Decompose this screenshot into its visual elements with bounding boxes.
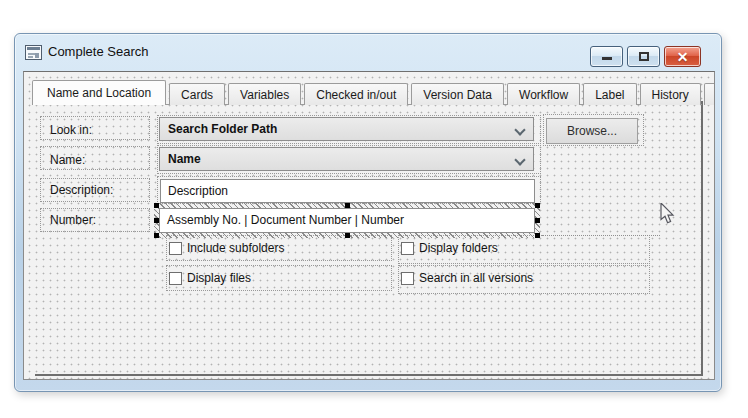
display-folders-checkbox[interactable]: Display folders bbox=[401, 241, 498, 255]
search-in-all-versions-checkbox[interactable]: Search in all versions bbox=[401, 271, 533, 285]
look-in-label: Look in: bbox=[50, 122, 92, 138]
checkbox-box[interactable] bbox=[401, 272, 414, 285]
tab-checked-in-out[interactable]: Checked in/out bbox=[304, 83, 408, 105]
description-label: Description: bbox=[50, 182, 113, 198]
minimize-icon bbox=[602, 57, 612, 60]
checkbox-label: Include subfolders bbox=[187, 241, 284, 255]
selection-handle[interactable] bbox=[345, 203, 350, 208]
window-form-icon bbox=[25, 45, 42, 60]
tab-history[interactable]: History bbox=[640, 83, 701, 105]
tab-workflow[interactable]: Workflow bbox=[507, 83, 580, 105]
name-value: Name bbox=[168, 152, 201, 166]
titlebar[interactable]: Complete Search ✕ bbox=[15, 34, 721, 71]
mouse-cursor-icon bbox=[660, 203, 675, 225]
card-boundary-right bbox=[701, 101, 703, 375]
chevron-down-icon[interactable] bbox=[516, 156, 524, 164]
tabstrip: Name and Location Cards Variables Checke… bbox=[32, 80, 715, 105]
selection-handle[interactable] bbox=[345, 233, 350, 238]
include-subfolders-checkbox[interactable]: Include subfolders bbox=[169, 241, 284, 255]
checkbox-label: Display files bbox=[187, 271, 251, 285]
maximize-icon bbox=[639, 52, 649, 61]
checkbox-box[interactable] bbox=[401, 242, 414, 255]
close-button[interactable]: ✕ bbox=[664, 46, 701, 67]
look-in-value: Search Folder Path bbox=[168, 122, 277, 136]
browse-button[interactable]: Browse... bbox=[546, 118, 638, 144]
card-designer-canvas: Name and Location Cards Variables Checke… bbox=[23, 71, 715, 380]
maximize-button[interactable] bbox=[627, 46, 660, 67]
designer-artifact-line bbox=[542, 235, 660, 236]
tab-name-and-location[interactable]: Name and Location bbox=[32, 80, 166, 105]
card-boundary-bottom bbox=[35, 374, 703, 376]
chevron-down-icon[interactable] bbox=[516, 126, 524, 134]
name-label: Name: bbox=[50, 152, 85, 168]
tab-cards[interactable]: Cards bbox=[169, 83, 225, 105]
look-in-combobox[interactable]: Search Folder Path bbox=[159, 117, 534, 141]
description-field[interactable]: Description bbox=[160, 179, 535, 203]
screen: Complete Search ✕ Name and Location Card… bbox=[0, 0, 748, 418]
name-combobox[interactable]: Name bbox=[159, 147, 534, 171]
minimize-button[interactable] bbox=[590, 46, 623, 67]
tab-label[interactable]: Label bbox=[583, 83, 636, 105]
checkbox-label: Display folders bbox=[419, 241, 498, 255]
tab-content[interactable]: Content bbox=[704, 83, 715, 105]
display-files-checkbox[interactable]: Display files bbox=[169, 271, 251, 285]
number-label: Number: bbox=[50, 212, 96, 228]
tab-variables[interactable]: Variables bbox=[228, 83, 301, 105]
number-field-selection-marquee[interactable]: Assembly No. | Document Number | Number bbox=[154, 203, 540, 238]
selection-handle[interactable] bbox=[535, 203, 540, 208]
window-title: Complete Search bbox=[48, 44, 148, 59]
checkbox-box[interactable] bbox=[169, 242, 182, 255]
selection-handle[interactable] bbox=[535, 233, 540, 238]
selection-handle[interactable] bbox=[154, 218, 159, 223]
selection-handle[interactable] bbox=[535, 218, 540, 223]
checkbox-label: Search in all versions bbox=[419, 271, 533, 285]
number-field[interactable]: Assembly No. | Document Number | Number bbox=[159, 208, 535, 233]
checkbox-box[interactable] bbox=[169, 272, 182, 285]
close-icon: ✕ bbox=[677, 50, 689, 64]
selection-handle[interactable] bbox=[154, 233, 159, 238]
selection-handle[interactable] bbox=[154, 203, 159, 208]
caption-buttons: ✕ bbox=[586, 46, 701, 67]
complete-search-window: Complete Search ✕ Name and Location Card… bbox=[14, 33, 722, 392]
tab-version-data[interactable]: Version Data bbox=[411, 83, 504, 105]
